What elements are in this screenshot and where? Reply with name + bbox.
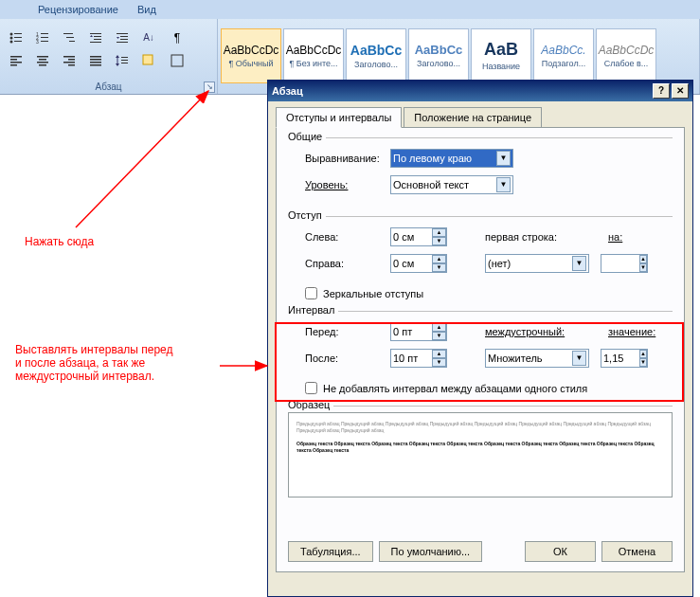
style-item[interactable]: AaBbCcDcСлабое в...: [596, 28, 656, 83]
align-right-button[interactable]: [57, 50, 81, 71]
svg-rect-35: [63, 62, 75, 63]
linespacing-label: междустрочный:: [485, 326, 589, 337]
svg-point-2: [10, 36, 13, 39]
svg-rect-25: [10, 56, 22, 58]
ribbon-tab-review[interactable]: Рецензирование: [38, 4, 118, 15]
close-button[interactable]: ✕: [672, 83, 689, 99]
svg-line-50: [76, 91, 208, 227]
svg-rect-5: [14, 41, 22, 42]
alignment-label: Выравнивание:: [305, 153, 390, 164]
align-center-button[interactable]: [30, 50, 55, 71]
svg-rect-48: [171, 55, 183, 66]
ok-button[interactable]: ОК: [525, 541, 596, 562]
tab-indents[interactable]: Отступы и интервалы: [276, 107, 402, 128]
by-spinner[interactable]: ▲▼: [601, 254, 648, 273]
svg-rect-42: [117, 58, 118, 63]
alignment-combo[interactable]: По левому краю▼: [390, 149, 513, 168]
svg-rect-26: [10, 59, 17, 61]
tab-position[interactable]: Положение на странице: [404, 107, 542, 128]
ribbon-tab-view[interactable]: Вид: [137, 4, 156, 15]
shading-button[interactable]: [136, 50, 161, 71]
svg-marker-41: [116, 55, 119, 58]
style-item[interactable]: AaBbCcЗаголово...: [408, 28, 469, 83]
linespacing-combo[interactable]: Множитель▼: [485, 349, 589, 368]
dialog-titlebar[interactable]: Абзац ? ✕: [268, 81, 692, 101]
tabs-button[interactable]: Табуляция...: [288, 541, 373, 562]
svg-rect-20: [117, 33, 128, 34]
svg-marker-22: [117, 37, 119, 39]
decrease-indent-button[interactable]: [83, 27, 108, 48]
svg-rect-39: [90, 62, 101, 63]
mirror-checkbox[interactable]: [305, 287, 317, 299]
sort-button[interactable]: A↓: [136, 27, 161, 48]
svg-rect-38: [90, 59, 101, 61]
svg-rect-21: [120, 36, 128, 37]
style-item[interactable]: AaBbCcDc¶ Без инте...: [283, 28, 344, 83]
increase-indent-button[interactable]: [110, 27, 135, 48]
default-button[interactable]: По умолчанию...: [379, 541, 483, 562]
style-item[interactable]: AaBbCcЗаголово...: [346, 28, 406, 83]
align-left-button[interactable]: [4, 50, 28, 71]
indent-right-spinner[interactable]: ▲▼: [390, 254, 447, 273]
svg-rect-37: [90, 56, 101, 58]
preview-box: Предыдущий абзац Предыдущий абзац Предыд…: [288, 412, 673, 498]
arrow-icon: [66, 85, 227, 237]
style-item[interactable]: AaBbCc.Подзагол...: [533, 28, 594, 83]
svg-marker-43: [116, 63, 119, 66]
svg-rect-32: [39, 64, 46, 66]
svg-rect-47: [143, 55, 153, 64]
firstline-label: первая строка:: [485, 231, 589, 243]
style-item[interactable]: АаВНазвание: [471, 28, 531, 83]
cancel-button[interactable]: Отмена: [601, 541, 673, 562]
dialog-title: Абзац: [272, 85, 651, 97]
svg-rect-45: [121, 60, 128, 61]
section-spacing-label: Интервал: [288, 304, 338, 316]
multilevel-button[interactable]: [57, 27, 81, 48]
at-spinner[interactable]: ▲▼: [601, 349, 648, 368]
indent-left-label: Слева:: [305, 231, 390, 243]
svg-point-0: [10, 32, 13, 35]
svg-rect-19: [90, 42, 101, 43]
style-item[interactable]: AaBbCcDc¶ Обычный: [221, 28, 281, 83]
level-combo[interactable]: Основной текст▼: [390, 175, 513, 194]
indent-right-label: Справа:: [305, 258, 390, 269]
paragraph-dialog: Абзац ? ✕ Отступы и интервалы Положение …: [267, 80, 693, 597]
svg-rect-12: [63, 33, 73, 34]
svg-rect-9: [41, 37, 48, 38]
by-label: на:: [608, 231, 637, 243]
svg-rect-7: [41, 33, 48, 34]
level-label: Уровень:: [305, 179, 390, 190]
before-spinner[interactable]: ▲▼: [390, 322, 447, 341]
bullets-button[interactable]: [4, 27, 28, 48]
show-marks-button[interactable]: ¶: [165, 27, 189, 48]
at-label: значение:: [608, 326, 655, 337]
indent-left-spinner[interactable]: ▲▼: [390, 227, 447, 246]
numbering-button[interactable]: 123: [30, 27, 55, 48]
after-spinner[interactable]: ▲▼: [390, 349, 447, 368]
svg-rect-34: [68, 59, 75, 61]
svg-rect-31: [37, 62, 48, 63]
svg-rect-36: [68, 64, 75, 66]
svg-rect-24: [117, 42, 128, 43]
svg-rect-13: [66, 37, 74, 38]
svg-rect-30: [39, 59, 46, 61]
firstline-combo[interactable]: (нет)▼: [485, 254, 589, 273]
line-spacing-button[interactable]: [110, 50, 135, 71]
section-general-label: Общие: [288, 131, 326, 142]
ribbon-tab-row: Рецензирование Вид: [0, 0, 700, 19]
justify-button[interactable]: [83, 50, 108, 71]
svg-rect-29: [37, 56, 48, 58]
nosame-checkbox[interactable]: [305, 382, 317, 394]
annotation-click-here: Нажать сюда: [25, 235, 94, 248]
chevron-down-icon: ▼: [496, 151, 511, 166]
svg-rect-27: [10, 62, 22, 63]
arrow-icon: [218, 358, 275, 373]
svg-text:3: 3: [36, 39, 39, 45]
svg-rect-46: [121, 63, 128, 63]
help-button[interactable]: ?: [653, 83, 670, 99]
svg-rect-33: [63, 56, 75, 58]
svg-rect-28: [10, 64, 17, 66]
styles-gallery[interactable]: AaBbCcDc¶ ОбычныйAaBbCcDc¶ Без инте...Aa…: [220, 27, 657, 86]
borders-button[interactable]: [165, 50, 189, 71]
svg-rect-40: [90, 64, 101, 66]
